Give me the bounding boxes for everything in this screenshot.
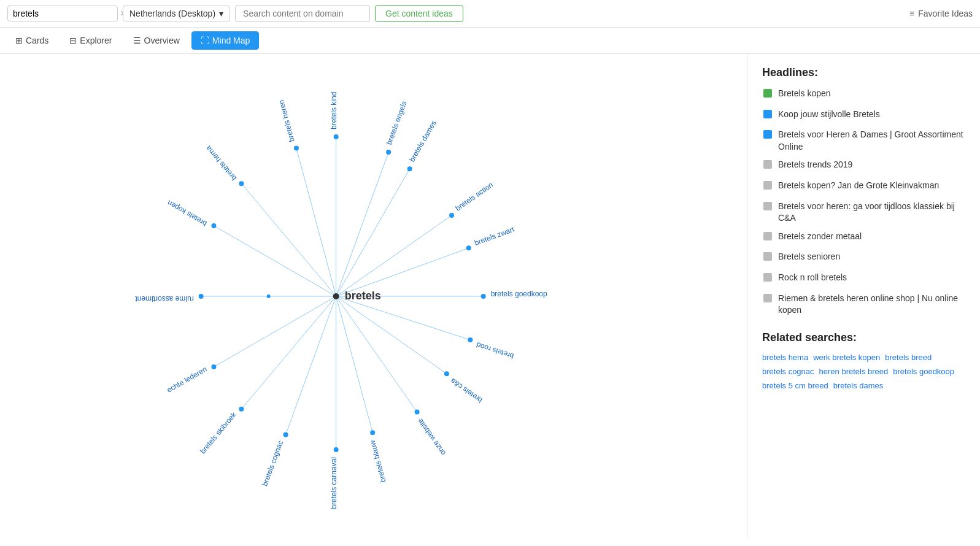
list-icon: ≡: [909, 9, 914, 18]
headline-icon: [762, 159, 773, 174]
headline-item: Bretels senioren: [762, 251, 965, 266]
svg-line-26: [336, 296, 373, 433]
mindmap-icon: ⛶: [201, 36, 209, 45]
svg-text:bretels carnaval: bretels carnaval: [330, 457, 338, 509]
headline-item: Bretels kopen: [762, 88, 965, 102]
svg-text:bretels rood: bretels rood: [475, 340, 515, 361]
svg-rect-63: [763, 232, 772, 240]
favorite-label: Favorite Ideas: [918, 9, 973, 18]
svg-rect-58: [763, 110, 772, 118]
svg-line-4: [241, 183, 336, 296]
svg-line-30: [286, 296, 336, 435]
related-tag[interactable]: bretels breed: [885, 353, 932, 362]
svg-line-6: [296, 148, 336, 296]
related-tag[interactable]: bretels hema: [762, 353, 808, 362]
tab-explorer-label: Explorer: [80, 36, 112, 45]
headline-text: Bretels trends 2019: [778, 159, 852, 171]
svg-point-7: [294, 146, 299, 151]
svg-text:bretels heren: bretels heren: [277, 99, 296, 142]
keyword-search-box[interactable]: ✕: [7, 6, 118, 21]
svg-text:bretels kopen: bretels kopen: [166, 198, 208, 228]
svg-text:bretels zwart: bretels zwart: [473, 225, 515, 247]
svg-point-3: [211, 223, 216, 228]
svg-rect-65: [763, 273, 772, 282]
svg-line-22: [336, 296, 447, 374]
related-tag[interactable]: werk bretels kopen: [813, 353, 880, 362]
tab-explorer[interactable]: ⊟ Explorer: [60, 31, 121, 50]
svg-line-2: [214, 226, 336, 296]
svg-rect-64: [763, 252, 772, 261]
svg-text:bretels blauw: bretels blauw: [368, 439, 388, 483]
related-searches-section: Related searches: bretels hemawerk brete…: [762, 331, 965, 390]
header: ✕ Netherlands (Desktop) ▾ Get content id…: [0, 0, 980, 28]
svg-point-36: [333, 293, 339, 299]
headline-icon: [762, 180, 773, 194]
svg-point-27: [370, 430, 375, 435]
svg-line-12: [336, 169, 410, 296]
headline-text: Bretels zonder metaal: [778, 231, 862, 243]
svg-point-19: [481, 294, 486, 299]
domain-search-input[interactable]: [235, 5, 370, 22]
svg-text:bretels hema: bretels hema: [204, 144, 238, 182]
svg-point-56: [267, 294, 271, 298]
headline-icon: [762, 251, 773, 266]
related-tag[interactable]: bretels cognac: [762, 367, 814, 376]
headline-icon: [762, 88, 773, 102]
main-content: bretelsruime assortimentbretels kopenbre…: [0, 54, 980, 539]
svg-point-33: [239, 407, 244, 412]
svg-point-11: [334, 134, 339, 139]
svg-text:ruime assortiment: ruime assortiment: [135, 294, 194, 303]
svg-line-20: [336, 296, 471, 340]
related-tag[interactable]: bretels dames: [833, 381, 884, 390]
svg-text:bretels: bretels: [345, 290, 381, 302]
headline-item: Bretels trends 2019: [762, 159, 965, 174]
svg-rect-57: [763, 89, 772, 98]
headline-text: Rock n roll bretels: [778, 272, 847, 284]
svg-point-31: [284, 433, 288, 437]
svg-point-35: [211, 364, 216, 369]
get-ideas-button[interactable]: Get content ideas: [375, 5, 463, 22]
keyword-input[interactable]: [13, 9, 120, 18]
headline-item: Bretels voor heren: ga voor tijdloos kla…: [762, 201, 965, 225]
svg-text:bretels cognac: bretels cognac: [260, 439, 285, 487]
related-searches-title: Related searches:: [762, 331, 965, 344]
headline-icon: [762, 272, 773, 286]
headline-item: Bretels voor Heren & Dames | Groot Assor…: [762, 129, 965, 153]
headline-text: Bretels kopen? Jan de Grote Kleinvakman: [778, 180, 939, 192]
svg-text:bretels dames: bretels dames: [407, 119, 438, 163]
svg-rect-61: [763, 181, 772, 190]
svg-point-15: [449, 213, 454, 218]
svg-text:echte lederen: echte lederen: [166, 364, 209, 394]
svg-rect-60: [763, 160, 772, 169]
related-tag[interactable]: bretels goedkoop: [893, 367, 954, 376]
headline-item: Koop jouw stijlvolle Bretels: [762, 109, 965, 123]
svg-line-14: [336, 215, 452, 296]
chevron-down-icon: ▾: [219, 9, 223, 18]
headline-icon: [762, 201, 773, 215]
country-label: Netherlands (Desktop): [129, 9, 215, 18]
favorite-ideas-link[interactable]: ≡ Favorite Ideas: [909, 9, 973, 18]
country-selector[interactable]: Netherlands (Desktop) ▾: [123, 6, 230, 21]
headline-icon: [762, 293, 773, 307]
related-tag[interactable]: heren bretels breed: [819, 367, 889, 376]
headline-text: Riemen & bretels heren online shop | Nu …: [778, 293, 965, 317]
tab-overview-label: Overview: [144, 36, 180, 45]
svg-line-8: [336, 152, 389, 296]
svg-rect-59: [763, 130, 772, 139]
tab-overview[interactable]: ☰ Overview: [124, 31, 189, 50]
svg-text:bretels skibroek: bretels skibroek: [198, 410, 238, 455]
mindmap-area[interactable]: bretelsruime assortimentbretels kopenbre…: [0, 54, 747, 539]
cards-icon: ⊞: [15, 36, 23, 45]
tab-cards[interactable]: ⊞ Cards: [6, 31, 58, 50]
svg-point-29: [334, 447, 339, 452]
svg-line-34: [214, 296, 336, 367]
headline-text: Koop jouw stijlvolle Bretels: [778, 109, 880, 121]
headline-text: Bretels voor Heren & Dames | Groot Assor…: [778, 129, 965, 153]
right-panel: Headlines: Bretels kopenKoop jouw stijlv…: [747, 54, 980, 539]
related-tags-container: bretels hemawerk bretels kopenbretels br…: [762, 353, 965, 390]
tab-mindmap[interactable]: ⛶ Mind Map: [191, 31, 259, 50]
headline-icon: [762, 231, 773, 245]
related-tag[interactable]: bretels 5 cm breed: [762, 381, 828, 390]
svg-line-24: [336, 296, 417, 412]
overview-icon: ☰: [133, 36, 141, 45]
